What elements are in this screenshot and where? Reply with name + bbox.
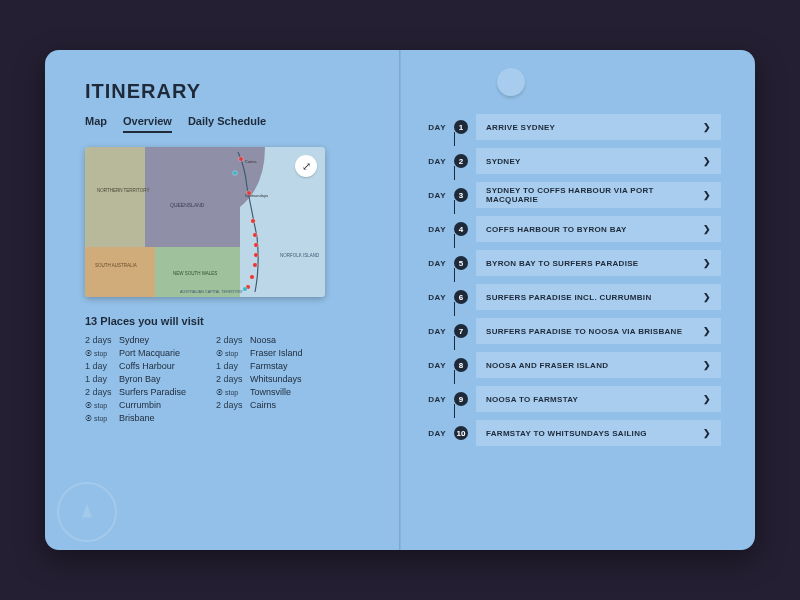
place-name: Farmstay bbox=[250, 361, 288, 371]
place-duration: 2 days bbox=[85, 335, 113, 345]
day-item-8[interactable]: NOOSA AND FRASER ISLAND❯ bbox=[476, 352, 721, 378]
day-number-badge: 1 bbox=[454, 120, 468, 134]
day-number-badge: 7 bbox=[454, 324, 468, 338]
day-item-9[interactable]: NOOSA TO FARMSTAY❯ bbox=[476, 386, 721, 412]
left-page: ITINERARY Map Overview Daily Schedule NO… bbox=[45, 50, 400, 550]
svg-text:AUSTRALIAN CAPITAL TERRITORY: AUSTRALIAN CAPITAL TERRITORY bbox=[180, 290, 244, 294]
svg-point-15 bbox=[250, 275, 255, 280]
place-item: 2 daysNoosa bbox=[216, 335, 303, 345]
place-duration: 2 days bbox=[85, 387, 113, 397]
svg-text:NORFOLK ISLAND: NORFOLK ISLAND bbox=[280, 253, 320, 258]
compass-icon bbox=[57, 482, 117, 542]
right-page: DAY1ARRIVE SYDNEY❯DAY2SYDNEY❯DAY3SYDNEY … bbox=[400, 50, 755, 550]
chevron-right-icon: ❯ bbox=[703, 360, 711, 370]
day-number-badge: 4 bbox=[454, 222, 468, 236]
day-number-badge: 8 bbox=[454, 358, 468, 372]
svg-point-10 bbox=[251, 219, 256, 224]
tabs: Map Overview Daily Schedule bbox=[85, 115, 370, 133]
day-item-1[interactable]: ARRIVE SYDNEY❯ bbox=[476, 114, 721, 140]
day-row: DAY6SURFERS PARADISE INCL. CURRUMBIN❯ bbox=[426, 284, 721, 310]
stop-icon: ⦿ stop bbox=[216, 389, 244, 396]
day-row: DAY3SYDNEY TO COFFS HARBOUR VIA PORT MAC… bbox=[426, 182, 721, 208]
place-name: Coffs Harbour bbox=[119, 361, 175, 371]
place-item: 1 dayCoffs Harbour bbox=[85, 361, 186, 371]
place-item: ⦿ stopFraser Island bbox=[216, 348, 303, 358]
day-item-2[interactable]: SYDNEY❯ bbox=[476, 148, 721, 174]
day-title: SYDNEY TO COFFS HARBOUR VIA PORT MACQUAR… bbox=[486, 186, 703, 204]
place-name: Whitsundays bbox=[250, 374, 302, 384]
tab-overview[interactable]: Overview bbox=[123, 115, 172, 133]
chevron-right-icon: ❯ bbox=[703, 122, 711, 132]
day-title: SYDNEY bbox=[486, 157, 521, 166]
bookmark-dot bbox=[497, 68, 525, 96]
day-title: NOOSA TO FARMSTAY bbox=[486, 395, 578, 404]
day-label: DAY bbox=[426, 123, 446, 132]
day-label: DAY bbox=[426, 225, 446, 234]
place-item: 2 daysCairns bbox=[216, 400, 303, 410]
svg-point-13 bbox=[254, 253, 259, 258]
place-duration: 2 days bbox=[216, 335, 244, 345]
place-item: 2 daysWhitsundays bbox=[216, 374, 303, 384]
chevron-right-icon: ❯ bbox=[703, 190, 711, 200]
day-label: DAY bbox=[426, 157, 446, 166]
svg-point-11 bbox=[253, 233, 258, 238]
tab-daily-schedule[interactable]: Daily Schedule bbox=[188, 115, 266, 133]
svg-point-18 bbox=[243, 287, 248, 292]
day-item-5[interactable]: BYRON BAY TO SURFERS PARADISE❯ bbox=[476, 250, 721, 276]
day-item-7[interactable]: SURFERS PARADISE TO NOOSA VIA BRISBANE❯ bbox=[476, 318, 721, 344]
place-item: 2 daysSurfers Paradise bbox=[85, 387, 186, 397]
place-item: 2 daysSydney bbox=[85, 335, 186, 345]
place-duration: 1 day bbox=[85, 361, 113, 371]
place-duration: 1 day bbox=[216, 361, 244, 371]
expand-icon: ⤢ bbox=[302, 160, 311, 173]
place-item: 1 dayByron Bay bbox=[85, 374, 186, 384]
day-row: DAY1ARRIVE SYDNEY❯ bbox=[426, 114, 721, 140]
place-name: Byron Bay bbox=[119, 374, 161, 384]
day-item-10[interactable]: FARMSTAY TO WHITSUNDAYS SAILING❯ bbox=[476, 420, 721, 446]
svg-point-9 bbox=[247, 191, 252, 196]
map-thumbnail[interactable]: NORTHERN TERRITORY QUEENSLAND SOUTH AUST… bbox=[85, 147, 325, 297]
chevron-right-icon: ❯ bbox=[703, 258, 711, 268]
place-duration: 1 day bbox=[85, 374, 113, 384]
day-number-badge: 2 bbox=[454, 154, 468, 168]
chevron-right-icon: ❯ bbox=[703, 326, 711, 336]
tab-map[interactable]: Map bbox=[85, 115, 107, 133]
place-item: ⦿ stopTownsville bbox=[216, 387, 303, 397]
day-title: NOOSA AND FRASER ISLAND bbox=[486, 361, 608, 370]
svg-text:NORTHERN TERRITORY: NORTHERN TERRITORY bbox=[97, 188, 149, 193]
place-item: ⦿ stopBrisbane bbox=[85, 413, 186, 423]
day-label: DAY bbox=[426, 191, 446, 200]
day-number-badge: 6 bbox=[454, 290, 468, 304]
day-number-badge: 3 bbox=[454, 188, 468, 202]
day-row: DAY7SURFERS PARADISE TO NOOSA VIA BRISBA… bbox=[426, 318, 721, 344]
place-name: Port Macquarie bbox=[119, 348, 180, 358]
places-heading: 13 Places you will visit bbox=[85, 315, 370, 327]
place-name: Cairns bbox=[250, 400, 276, 410]
day-title: BYRON BAY TO SURFERS PARADISE bbox=[486, 259, 638, 268]
day-item-4[interactable]: COFFS HARBOUR TO BYRON BAY❯ bbox=[476, 216, 721, 242]
day-number-badge: 9 bbox=[454, 392, 468, 406]
day-row: DAY5BYRON BAY TO SURFERS PARADISE❯ bbox=[426, 250, 721, 276]
day-item-6[interactable]: SURFERS PARADISE INCL. CURRUMBIN❯ bbox=[476, 284, 721, 310]
svg-text:SOUTH AUSTRALIA: SOUTH AUSTRALIA bbox=[95, 263, 137, 268]
day-row: DAY4COFFS HARBOUR TO BYRON BAY❯ bbox=[426, 216, 721, 242]
day-title: COFFS HARBOUR TO BYRON BAY bbox=[486, 225, 627, 234]
svg-point-14 bbox=[253, 263, 258, 268]
expand-map-button[interactable]: ⤢ bbox=[295, 155, 317, 177]
day-title: SURFERS PARADISE TO NOOSA VIA BRISBANE bbox=[486, 327, 682, 336]
chevron-right-icon: ❯ bbox=[703, 156, 711, 166]
day-number-badge: 10 bbox=[454, 426, 468, 440]
day-item-3[interactable]: SYDNEY TO COFFS HARBOUR VIA PORT MACQUAR… bbox=[476, 182, 721, 208]
day-row: DAY8NOOSA AND FRASER ISLAND❯ bbox=[426, 352, 721, 378]
chevron-right-icon: ❯ bbox=[703, 224, 711, 234]
chevron-right-icon: ❯ bbox=[703, 394, 711, 404]
place-duration: 2 days bbox=[216, 400, 244, 410]
svg-point-8 bbox=[239, 157, 244, 162]
chevron-right-icon: ❯ bbox=[703, 428, 711, 438]
day-label: DAY bbox=[426, 429, 446, 438]
page-title: ITINERARY bbox=[85, 80, 370, 103]
place-name: Surfers Paradise bbox=[119, 387, 186, 397]
day-label: DAY bbox=[426, 293, 446, 302]
days-list: DAY1ARRIVE SYDNEY❯DAY2SYDNEY❯DAY3SYDNEY … bbox=[426, 114, 721, 446]
place-name: Townsville bbox=[250, 387, 291, 397]
